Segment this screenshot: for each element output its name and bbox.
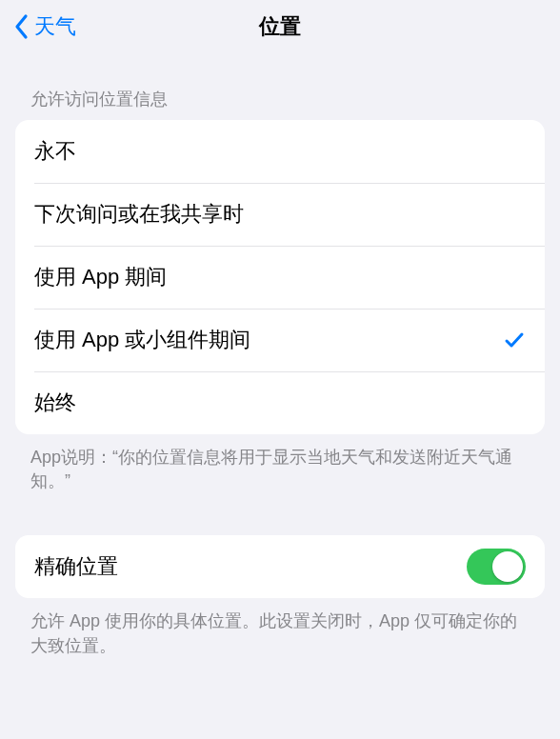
precise-location-toggle[interactable] bbox=[467, 549, 526, 585]
location-access-group: 永不 下次询问或在我共享时 使用 App 期间 使用 App 或小组件期间 始终 bbox=[15, 120, 545, 434]
option-while-using-app-or-widgets[interactable]: 使用 App 或小组件期间 bbox=[15, 309, 545, 371]
navigation-bar: 天气 位置 bbox=[0, 0, 560, 53]
section-footer-app-explanation: App说明：“你的位置信息将用于显示当地天气和发送附近天气通知。” bbox=[0, 434, 560, 493]
back-button[interactable]: 天气 bbox=[8, 9, 82, 45]
section-footer-precise-location: 允许 App 使用你的具体位置。此设置关闭时，App 仅可确定你的大致位置。 bbox=[0, 598, 560, 657]
option-always[interactable]: 始终 bbox=[15, 371, 545, 434]
option-label: 下次询问或在我共享时 bbox=[34, 200, 244, 229]
page-title: 位置 bbox=[0, 12, 560, 41]
option-label: 永不 bbox=[34, 137, 76, 166]
section-header-location-access: 允许访问位置信息 bbox=[0, 53, 560, 120]
option-ask-next-time[interactable]: 下次询问或在我共享时 bbox=[15, 183, 545, 246]
option-never[interactable]: 永不 bbox=[15, 120, 545, 183]
precise-location-label: 精确位置 bbox=[34, 552, 118, 581]
option-label: 始终 bbox=[34, 389, 76, 417]
precise-location-row: 精确位置 bbox=[15, 535, 545, 598]
option-label: 使用 App 或小组件期间 bbox=[34, 326, 250, 354]
chevron-left-icon bbox=[13, 13, 30, 40]
back-label: 天气 bbox=[34, 12, 76, 41]
checkmark-icon bbox=[503, 329, 526, 351]
precise-location-group: 精确位置 bbox=[15, 535, 545, 598]
option-while-using-app[interactable]: 使用 App 期间 bbox=[15, 246, 545, 309]
option-label: 使用 App 期间 bbox=[34, 263, 167, 291]
